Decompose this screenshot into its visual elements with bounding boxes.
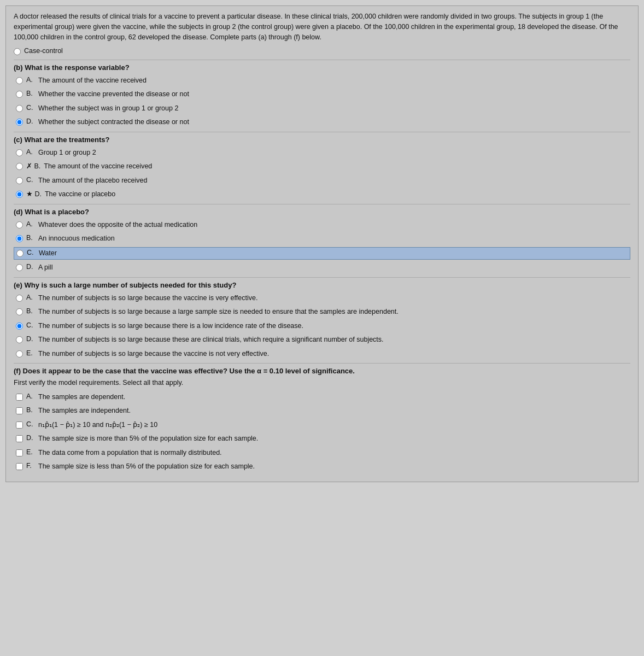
option-label: The samples are independent. [38, 406, 131, 416]
b-group-option-3[interactable] [16, 119, 23, 126]
option-label: Water [39, 249, 57, 259]
option-letter: C. [26, 321, 35, 329]
d-question: (d) What is a placebo? [14, 208, 630, 216]
c-group-option-2[interactable] [16, 177, 23, 184]
e-group-option-4[interactable] [16, 350, 23, 358]
intro-text: A doctor released the results of clinica… [14, 11, 630, 42]
option-row: C.n₁p̂₁(1 − p̂₁) ≥ 10 and n₂p̂₂(1 − p̂₂)… [14, 419, 630, 431]
option-row: D.A pill [14, 262, 630, 274]
b-group-option-0[interactable] [16, 77, 23, 84]
f-group-option-0[interactable] [16, 394, 23, 401]
e-group-option-1[interactable] [16, 308, 23, 315]
option-letter: D. [26, 434, 35, 442]
option-letter: F. [26, 462, 35, 470]
option-letter: B. [26, 234, 35, 242]
option-row: D.Whether the subject contracted the dis… [14, 116, 630, 128]
d-group-option-1[interactable] [16, 235, 23, 242]
c-question: (c) What are the treatments? [14, 136, 630, 144]
option-label: The samples are dependent. [38, 393, 125, 402]
main-container: A doctor released the results of clinica… [5, 5, 639, 482]
option-row: A.The amount of the vaccine received [14, 75, 630, 87]
option-row: E.The number of subjects is so large bec… [14, 348, 630, 360]
option-label: A pill [38, 263, 52, 273]
c-group-option-1[interactable] [16, 163, 23, 170]
option-letter: ★ D. [26, 190, 42, 198]
d-group-option-3[interactable] [16, 264, 23, 271]
option-row: F.The sample size is less than 5% of the… [14, 461, 630, 473]
option-row: C.Whether the subject was in group 1 or … [14, 103, 630, 115]
case-control-row: Case-control [14, 46, 630, 56]
option-row: D.The sample size is more than 5% of the… [14, 433, 630, 445]
option-label: Whatever does the opposite of the actual… [38, 220, 197, 230]
option-letter: C. [26, 176, 35, 184]
option-row: A.Group 1 or group 2 [14, 147, 630, 159]
option-label: The amount of the placebo received [38, 176, 147, 186]
section-d: (d) What is a placebo? A.Whatever does t… [14, 208, 630, 274]
f-group-option-1[interactable] [16, 407, 23, 414]
option-label: The amount of the vaccine received [44, 162, 152, 172]
option-row: D.The number of subjects is so large bec… [14, 334, 630, 346]
option-row: ★ D.The vaccine or placebo [14, 189, 630, 201]
option-row: B.The number of subjects is so large bec… [14, 306, 630, 318]
option-letter: A. [26, 294, 35, 301]
case-control-radio[interactable] [14, 48, 21, 55]
option-label: Whether the subject was in group 1 or gr… [38, 104, 178, 114]
option-row: B.The samples are independent. [14, 405, 630, 417]
option-row: B.Whether the vaccine prevented the dise… [14, 89, 630, 101]
c-group-option-3[interactable] [16, 191, 23, 198]
option-row: A.Whatever does the opposite of the actu… [14, 219, 630, 231]
option-letter: B. [26, 307, 35, 315]
c-options: A.Group 1 or group 2✗ B.The amount of th… [14, 147, 630, 201]
option-letter: ✗ B. [26, 162, 40, 170]
option-letter: D. [26, 263, 35, 271]
b-group-option-1[interactable] [16, 91, 23, 98]
f-group-option-3[interactable] [16, 435, 23, 442]
e-group-option-2[interactable] [16, 323, 23, 330]
option-label: The number of subjects is so large becau… [38, 294, 257, 303]
option-label: The vaccine or placebo [45, 190, 115, 200]
option-label: Whether the subject contracted the disea… [38, 118, 189, 127]
b-group-option-2[interactable] [16, 105, 23, 112]
e-options: A.The number of subjects is so large bec… [14, 292, 630, 360]
c-group-option-0[interactable] [16, 149, 23, 156]
option-letter: C. [26, 420, 35, 428]
section-e: (e) Why is such a large number of subjec… [14, 281, 630, 360]
option-letter: B. [26, 90, 35, 97]
option-label: The sample size is more than 5% of the p… [38, 434, 258, 444]
option-row: C.The amount of the placebo received [14, 175, 630, 187]
option-label: The number of subjects is so large becau… [38, 349, 269, 359]
f-group-option-4[interactable] [16, 449, 23, 456]
b-question: (b) What is the response variable? [14, 63, 630, 72]
f-options: A.The samples are dependent.B.The sample… [14, 391, 630, 473]
f-group-option-5[interactable] [16, 463, 23, 470]
option-letter: B. [26, 406, 35, 414]
e-group-option-0[interactable] [16, 295, 23, 302]
option-row: C.The number of subjects is so large bec… [14, 320, 630, 332]
e-question: (e) Why is such a large number of subjec… [14, 281, 630, 289]
f-question: (f) Does it appear to be the case that t… [14, 367, 630, 375]
option-label: The amount of the vaccine received [38, 76, 147, 86]
e-group-option-3[interactable] [16, 336, 23, 343]
d-options: A.Whatever does the opposite of the actu… [14, 219, 630, 274]
option-row: A.The samples are dependent. [14, 391, 630, 403]
option-letter: E. [26, 448, 35, 456]
option-row: E.The data come from a population that i… [14, 447, 630, 459]
option-letter: D. [26, 335, 35, 343]
section-b: (b) What is the response variable? A.The… [14, 63, 630, 128]
option-label: The sample size is less than 5% of the p… [38, 462, 255, 472]
option-label: The number of subjects is so large becau… [38, 335, 384, 345]
d-group-option-0[interactable] [16, 221, 23, 229]
option-label: Group 1 or group 2 [38, 148, 96, 158]
option-letter: A. [26, 148, 35, 156]
option-label: The number of subjects is so large becau… [38, 321, 303, 331]
d-group-option-2[interactable] [16, 250, 24, 257]
option-row: C.Water [14, 247, 630, 260]
option-label: An innocuous medication [38, 234, 115, 244]
option-letter: E. [26, 349, 35, 357]
option-letter: C. [27, 249, 36, 256]
option-letter: A. [26, 76, 35, 84]
section-c: (c) What are the treatments? A.Group 1 o… [14, 136, 630, 201]
section-f: (f) Does it appear to be the case that t… [14, 367, 630, 473]
case-control-label: Case-control [24, 46, 63, 56]
f-group-option-2[interactable] [16, 421, 23, 429]
